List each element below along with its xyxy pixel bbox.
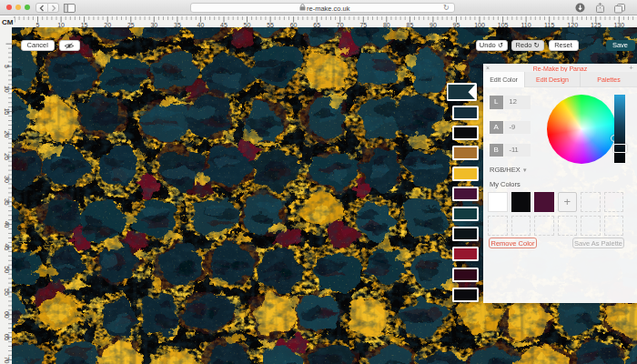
svg-text:70: 70 bbox=[4, 357, 10, 364]
svg-text:10: 10 bbox=[4, 86, 10, 93]
svg-text:45: 45 bbox=[4, 244, 10, 251]
svg-text:65: 65 bbox=[4, 334, 10, 341]
svg-text:40: 40 bbox=[4, 221, 10, 228]
svg-text:35: 35 bbox=[4, 198, 10, 206]
svg-text:20: 20 bbox=[4, 131, 10, 138]
svg-text:55: 55 bbox=[4, 288, 10, 296]
svg-text:25: 25 bbox=[4, 153, 10, 160]
svg-text:5: 5 bbox=[4, 65, 10, 68]
svg-text:15: 15 bbox=[4, 108, 10, 116]
svg-text:50: 50 bbox=[4, 266, 10, 273]
svg-text:60: 60 bbox=[4, 311, 10, 318]
svg-text:30: 30 bbox=[4, 176, 10, 183]
